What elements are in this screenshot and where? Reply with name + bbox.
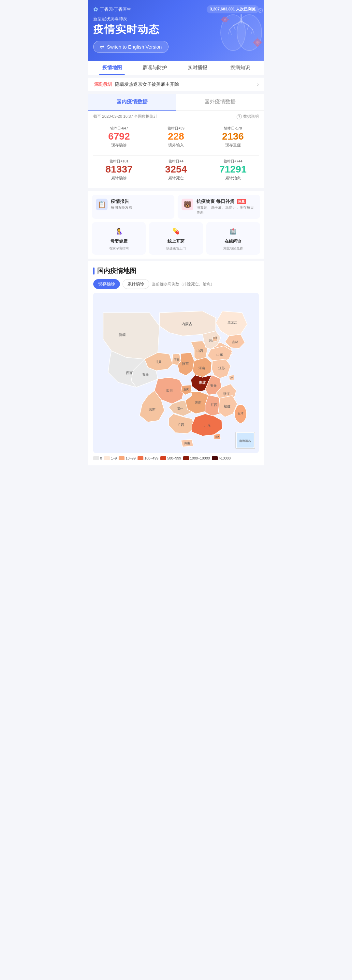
stat-change-5: 较昨日+744 bbox=[207, 159, 259, 164]
service-title-consult: 在线问诊 bbox=[225, 239, 241, 244]
svg-text:山东: 山东 bbox=[216, 353, 223, 356]
nav-item-rumor[interactable]: 辟谣与防护 bbox=[133, 60, 176, 75]
svg-text:⚙: ⚙ bbox=[257, 6, 264, 15]
stat-overseas-import: 较昨日+39 228 境外输入 bbox=[147, 123, 205, 151]
svg-text:湖北: 湖北 bbox=[199, 380, 206, 385]
stat-change-2: 较昨日-178 bbox=[207, 126, 259, 131]
map-legend: 0 1–9 10–99 100–499 500–999 1000–10000 >… bbox=[93, 456, 259, 460]
service-icon-report: 📋 bbox=[96, 199, 108, 210]
news-text: 隐瞒发热返京女子被美雇主开除 bbox=[115, 81, 255, 88]
legend-color-4 bbox=[160, 456, 166, 460]
stat-label-0: 现存确诊 bbox=[93, 143, 145, 148]
svg-text:福建: 福建 bbox=[224, 404, 230, 408]
data-timestamp-row: 截至 2020-03-20 16:37 全国数据统计 ? 数据说明 bbox=[88, 111, 264, 123]
stat-number-1: 228 bbox=[150, 131, 202, 141]
service-card-pharmacy[interactable]: 💊 线上开药 快递送货上门 bbox=[149, 222, 203, 255]
nav-bar: 疫情地图 辟谣与防护 实时播报 疾病知识 bbox=[88, 60, 264, 75]
map-filter-current[interactable]: 现存确诊 bbox=[93, 279, 120, 289]
map-title-area: 国内疫情地图 bbox=[93, 266, 259, 275]
map-section: 国内疫情地图 现存确诊 累计确诊 当前确诊病例数（排除死亡、治愈） 新疆 西藏 … bbox=[88, 261, 264, 465]
legend-label-4: 500–999 bbox=[167, 456, 181, 460]
tab-overseas[interactable]: 国外疫情数据 bbox=[176, 94, 264, 111]
stat-number-3: 81337 bbox=[93, 164, 145, 174]
svg-point-20 bbox=[256, 41, 259, 44]
china-map-container: 新疆 西藏 内蒙古 黑龙江 吉林 辽宁 甘肃 青海 宁夏 bbox=[93, 293, 259, 453]
service-title-maternal: 母婴健康 bbox=[111, 239, 127, 244]
svg-text:浙江: 浙江 bbox=[223, 392, 230, 396]
service-desc-maternal: 在家孕育指南 bbox=[109, 246, 129, 251]
stat-severe: 较昨日-178 2136 现存重症 bbox=[205, 123, 262, 151]
svg-text:湖南: 湖南 bbox=[195, 401, 201, 404]
legend-label-2: 10–99 bbox=[125, 456, 136, 460]
service-card-supplies[interactable]: 🐻 抗疫物资 每日补货 限量 消毒剂、洗手液、温度计，库存每日更新 bbox=[178, 195, 260, 219]
tab-overseas-label: 国外疫情数据 bbox=[205, 99, 236, 104]
news-arrow-icon: › bbox=[257, 81, 259, 88]
stat-number-5: 71291 bbox=[207, 164, 259, 174]
svg-text:河南: 河南 bbox=[198, 366, 205, 370]
map-filter-current-label: 现存确诊 bbox=[98, 282, 115, 286]
svg-text:安徽: 安徽 bbox=[210, 384, 217, 387]
legend-color-3 bbox=[138, 456, 143, 460]
service-title-supplies: 抗疫物资 每日补货 限量 bbox=[197, 199, 256, 204]
nav-item-disease[interactable]: 疾病知识 bbox=[219, 60, 262, 75]
svg-text:山西: 山西 bbox=[197, 349, 203, 353]
stat-change-1: 较昨日+39 bbox=[150, 126, 202, 131]
english-version-button[interactable]: ⇄ Switch to English Version bbox=[93, 41, 168, 53]
service-icon-pharmacy: 💊 bbox=[171, 226, 181, 236]
legend-color-1 bbox=[104, 456, 110, 460]
svg-text:台湾: 台湾 bbox=[238, 412, 243, 415]
header: ⚙ ✿ 丁香园·丁香医生 3,207,683,801 人次已浏览 新型冠状病毒肺… bbox=[88, 0, 264, 60]
nav-item-broadcast[interactable]: 实时播报 bbox=[176, 60, 219, 75]
service-desc-consult: 湖北地区免费 bbox=[223, 246, 243, 251]
legend-label-1: 1–9 bbox=[111, 456, 117, 460]
nav-item-map[interactable]: 疫情地图 bbox=[90, 60, 133, 75]
stat-label-3: 累计确诊 bbox=[93, 175, 145, 181]
legend-1: 1–9 bbox=[104, 456, 117, 460]
nav-label-disease: 疾病知识 bbox=[230, 65, 250, 70]
data-section: 国内疫情数据 国外疫情数据 截至 2020-03-20 16:37 全国数据统计… bbox=[88, 94, 264, 188]
svg-text:重庆: 重庆 bbox=[184, 388, 189, 391]
legend-0: 0 bbox=[93, 456, 102, 460]
service-grid-row2: 🤱 母婴健康 在家孕育指南 💊 线上开药 快递送货上门 🏥 在线问诊 湖北地区免… bbox=[92, 222, 260, 255]
svg-text:甘肃: 甘肃 bbox=[155, 360, 162, 364]
service-desc-supplies: 消毒剂、洗手液、温度计，库存每日更新 bbox=[197, 205, 256, 215]
legend-3: 100–499 bbox=[138, 456, 159, 460]
legend-label-5: 1000–10000 bbox=[190, 456, 210, 460]
china-map-svg: 新疆 西藏 内蒙古 黑龙江 吉林 辽宁 甘肃 青海 宁夏 bbox=[93, 293, 259, 452]
info-icon: ? bbox=[236, 114, 242, 119]
english-btn-label: Switch to English Version bbox=[107, 44, 162, 49]
lung-illustration: ⚙ bbox=[215, 3, 264, 56]
nav-label-broadcast: 实时播报 bbox=[188, 65, 207, 70]
legend-label-6: >10000 bbox=[219, 456, 231, 460]
data-info[interactable]: ? 数据说明 bbox=[236, 114, 259, 119]
legend-label-3: 100–499 bbox=[144, 456, 159, 460]
stat-current-confirmed: 较昨日-647 6792 现存确诊 bbox=[90, 123, 147, 151]
svg-text:云南: 云南 bbox=[149, 408, 155, 411]
svg-text:青海: 青海 bbox=[142, 373, 149, 376]
stat-change-3: 较昨日+101 bbox=[93, 159, 145, 164]
service-card-report[interactable]: 📋 疫情报告 每周五晚发布 bbox=[92, 195, 174, 219]
service-card-consult[interactable]: 🏥 在线问诊 湖北地区免费 bbox=[206, 222, 260, 255]
svg-text:沪: 沪 bbox=[230, 376, 233, 379]
svg-text:新疆: 新疆 bbox=[119, 332, 126, 337]
logo-icon: ✿ bbox=[93, 6, 98, 13]
nav-label-rumor: 辟谣与防护 bbox=[143, 65, 167, 70]
service-card-maternal[interactable]: 🤱 母婴健康 在家孕育指南 bbox=[92, 222, 146, 255]
switch-icon: ⇄ bbox=[100, 44, 104, 50]
service-title-pharmacy: 线上开药 bbox=[168, 239, 184, 244]
stats-grid-row2: 较昨日+101 81337 累计确诊 较昨日+4 3254 累计死亡 较昨日+7… bbox=[88, 156, 264, 188]
news-banner[interactable]: 深刻教训 隐瞒发热返京女子被美雇主开除 › bbox=[88, 78, 264, 91]
stat-label-1: 境外输入 bbox=[150, 143, 202, 148]
svg-text:黑龙江: 黑龙江 bbox=[227, 321, 237, 324]
service-grid-row1: 📋 疫情报告 每周五晚发布 🐻 抗疫物资 每日补货 限量 消毒剂、洗手液、温度计… bbox=[92, 195, 260, 219]
service-icon-maternal: 🤱 bbox=[114, 226, 124, 236]
timestamp-text: 截至 2020-03-20 16:37 全国数据统计 bbox=[93, 114, 157, 119]
tab-domestic[interactable]: 国内疫情数据 bbox=[88, 94, 176, 111]
legend-label-0: 0 bbox=[100, 456, 102, 460]
legend-6: >10000 bbox=[212, 456, 231, 460]
stat-label-2: 现存重症 bbox=[207, 143, 259, 148]
data-info-label: 数据说明 bbox=[243, 114, 259, 119]
legend-4: 500–999 bbox=[160, 456, 181, 460]
service-title-report: 疫情报告 bbox=[111, 199, 132, 204]
map-filter-total[interactable]: 累计确诊 bbox=[122, 279, 149, 289]
